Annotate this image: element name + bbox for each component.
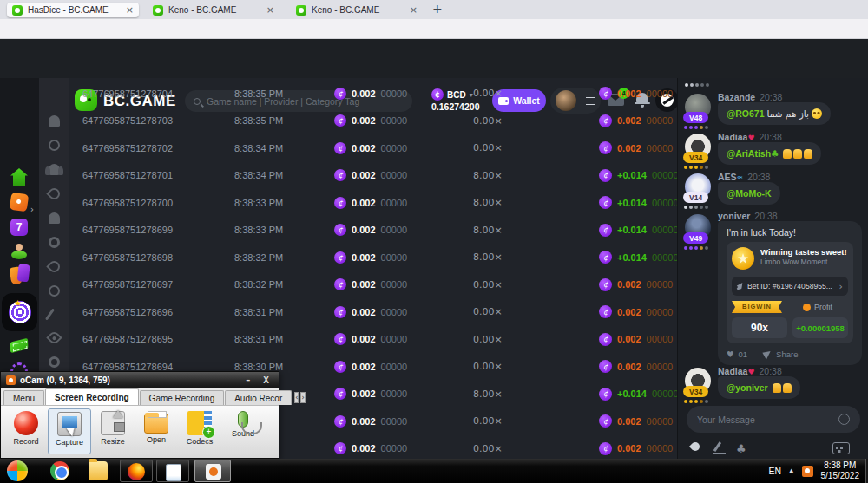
like-count: 01: [739, 349, 748, 359]
record-button[interactable]: Record: [4, 408, 48, 454]
tab-title: Keno - BC.GAME: [168, 5, 263, 15]
codecs-button[interactable]: Codecs: [178, 408, 221, 454]
payout-multiplier: 8.00×: [473, 251, 599, 263]
open-folder-icon: [144, 414, 168, 434]
tab-screen-recording[interactable]: Screen Recording: [45, 388, 139, 405]
share-icon[interactable]: [762, 349, 773, 359]
chat-username[interactable]: Nadiaa: [718, 366, 747, 376]
firefox-taskbar-button[interactable]: [120, 460, 153, 482]
ocam-taskbar-button[interactable]: [194, 460, 231, 482]
new-tab-button[interactable]: +: [432, 2, 443, 16]
table-row[interactable]: 647769587512787008:38:33 PM0.002000008.0…: [69, 189, 682, 217]
level-badge: V48: [683, 112, 708, 123]
language-indicator[interactable]: EN: [769, 466, 782, 476]
table-row[interactable]: 647769587512787028:38:34 PM0.002000000.0…: [69, 134, 682, 162]
browser-tab-keno-1[interactable]: Keno - BC.GAME ×: [148, 3, 279, 17]
message-input[interactable]: [697, 414, 838, 425]
taskbar-clock[interactable]: 8:38 PM 5/15/2022: [821, 460, 865, 481]
ocam-toolbar: Record Capture Resize Open Codecs Sound: [1, 406, 279, 458]
mention-link[interactable]: @MoMo-K: [727, 188, 772, 199]
browser-tab-hasdice[interactable]: HasDice - BC.GAME ×: [7, 3, 139, 17]
chat-username[interactable]: Nadiaa: [718, 132, 747, 142]
table-row[interactable]: 647769587512787018:38:34 PM0.002000008.0…: [69, 162, 682, 190]
capture-button[interactable]: Capture: [48, 408, 91, 454]
table-row[interactable]: 647769587512786958:38:31 PM0.002000000.0…: [69, 326, 682, 354]
chat-timestamp: 20:38: [760, 92, 782, 102]
open-button[interactable]: Open: [135, 408, 178, 454]
chat-username[interactable]: Bazande: [718, 92, 755, 102]
chat-bubble: @RO671 باز هم شما: [718, 102, 831, 125]
table-row[interactable]: 647769587512786968:38:31 PM0.002000000.0…: [69, 298, 682, 326]
chat-username[interactable]: yoniver: [718, 211, 750, 221]
mention-link[interactable]: @AriAtish: [727, 148, 771, 159]
chat-timestamp: 20:38: [760, 132, 782, 142]
tab-audio-recording[interactable]: Audio Recor: [225, 390, 292, 405]
bet-id-link[interactable]: Bet ID: #619674058955... ›: [732, 277, 848, 296]
tab-scroll-left-icon[interactable]: ‹: [294, 392, 299, 403]
menu-icon-8[interactable]: [49, 285, 60, 297]
tab-scroll-right-icon[interactable]: ›: [300, 392, 305, 403]
home-icon[interactable]: [10, 168, 28, 186]
hash-dice-active-icon[interactable]: ★: [2, 293, 37, 331]
browser-tab-keno-2[interactable]: Keno - BC.GAME ×: [291, 3, 423, 17]
clover-icon[interactable]: ♣: [736, 442, 748, 454]
close-button[interactable]: X: [259, 375, 273, 385]
win-share-card[interactable]: Winning tastes sweet! Limbo Wow Moment B…: [727, 242, 853, 343]
share-label[interactable]: Share: [776, 349, 798, 359]
table-row[interactable]: 647769587512786998:38:33 PM0.002000008.0…: [69, 217, 682, 245]
table-row[interactable]: 647769587512787048:38:35 PM0.002000000.0…: [69, 80, 682, 108]
start-button[interactable]: [7, 460, 28, 481]
menu-icon-1[interactable]: [49, 115, 60, 127]
expand-chevron-icon[interactable]: ›: [30, 205, 34, 214]
menu-icon-11[interactable]: [49, 356, 60, 368]
tab-close-icon[interactable]: ×: [122, 4, 134, 16]
tab-close-icon[interactable]: ×: [406, 4, 418, 16]
casino-icon[interactable]: [10, 193, 30, 212]
promotions-icon[interactable]: [10, 266, 23, 285]
tab-close-icon[interactable]: ×: [263, 4, 274, 16]
chat-username[interactable]: AES: [718, 172, 737, 182]
chrome-taskbar-icon[interactable]: [50, 461, 69, 480]
notepad-taskbar-button[interactable]: [156, 460, 189, 482]
tab-game-recording[interactable]: Game Recording: [140, 390, 225, 405]
mention-link[interactable]: @RO671: [727, 108, 765, 119]
chat-input[interactable]: [687, 406, 860, 433]
lottery-icon[interactable]: [10, 338, 29, 353]
minimize-button[interactable]: –: [241, 375, 254, 385]
gif-icon[interactable]: [832, 442, 850, 454]
windows-taskbar: EN ▲ 8:38 PM 5/15/2022: [0, 459, 868, 483]
bet-amount: 0.00200000: [334, 169, 473, 181]
tab-menu[interactable]: Menu: [3, 390, 44, 405]
live-casino-icon[interactable]: [10, 243, 28, 260]
ocam-titlebar[interactable]: oCam (0, 9, 1364, 759) – X: [1, 372, 279, 388]
bet-profit: 0.00200000: [599, 414, 673, 428]
like-heart-icon[interactable]: ♥: [727, 349, 734, 359]
resize-button[interactable]: Resize: [91, 408, 135, 454]
emoji-picker-icon[interactable]: [838, 414, 850, 425]
menu-icon-10[interactable]: [46, 330, 62, 345]
bcd-coin-icon: [334, 142, 346, 154]
system-tray: EN ▲ 8:38 PM 5/15/2022: [769, 459, 865, 483]
menu-icon-3[interactable]: [49, 164, 60, 175]
bet-amount: 0.00200000: [334, 333, 473, 345]
explorer-taskbar-icon[interactable]: [89, 461, 108, 480]
menu-icon-9[interactable]: [45, 308, 55, 320]
table-row[interactable]: 647769587512787038:38:35 PM0.002000000.0…: [69, 108, 682, 135]
chat-rules-icon[interactable]: [713, 442, 726, 454]
tray-app-icon[interactable]: [802, 466, 813, 477]
payout-multiplier: 0.00×: [473, 306, 599, 317]
table-row[interactable]: 647769587512786978:38:32 PM0.002000000.0…: [69, 271, 682, 299]
mention-link[interactable]: @yoniver: [727, 382, 768, 393]
menu-icon-6[interactable]: [49, 237, 60, 248]
sound-button[interactable]: Sound: [221, 408, 265, 454]
menu-icon-5[interactable]: [49, 212, 60, 224]
record-icon: [14, 411, 38, 435]
menu-icon-4[interactable]: [46, 186, 62, 201]
rain-icon[interactable]: [689, 441, 701, 453]
slots-icon[interactable]: 7: [10, 219, 28, 236]
table-row[interactable]: 647769587512786988:38:32 PM0.002000008.0…: [69, 244, 682, 271]
menu-icon-7[interactable]: [46, 258, 62, 274]
chat-bubble: @yoniver: [718, 376, 800, 399]
tray-expand-icon[interactable]: ▲: [789, 467, 793, 474]
menu-icon-2[interactable]: [49, 140, 60, 151]
